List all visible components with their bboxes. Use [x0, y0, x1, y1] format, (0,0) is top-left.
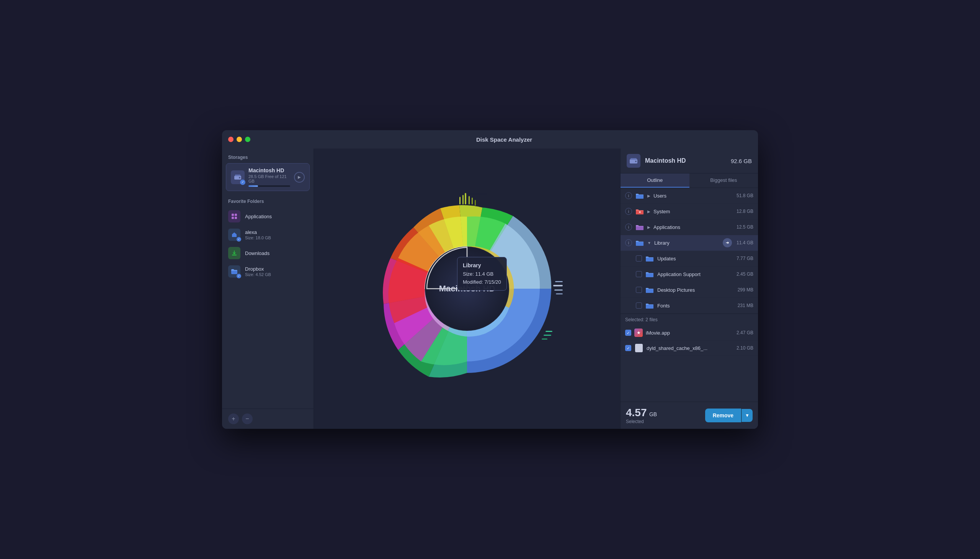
svg-rect-13 — [472, 198, 473, 205]
table-row-library[interactable]: i ▼ Library 11.4 GB — [621, 235, 758, 251]
fonts-size: 231 MB — [738, 303, 754, 308]
svg-rect-5 — [231, 217, 234, 219]
storage-drive-icon: ✓ — [231, 170, 245, 184]
check-badge: ✓ — [240, 180, 245, 185]
storage-progress-fill — [248, 185, 258, 187]
desktoppic-icon — [645, 285, 654, 294]
info-button-users[interactable]: i — [625, 192, 632, 199]
storages-label: Storages — [222, 149, 314, 163]
table-row[interactable]: i ✕ ▶ System 12.8 GB — [621, 204, 758, 219]
fonts-icon — [645, 301, 654, 310]
tab-outline[interactable]: Outline — [621, 174, 689, 188]
storage-macintosh-hd[interactable]: ✓ Macintosh HD 28.5 GB Free of 121 GB ▶ — [226, 163, 310, 191]
svg-point-25 — [635, 161, 636, 162]
desktoppic-name: Desktop Pictures — [657, 287, 735, 293]
appsupport-size: 2.45 GB — [737, 271, 754, 277]
sidebar-item-dropbox[interactable]: ✓ Dropbox Size: 4.52 GB — [222, 262, 314, 281]
right-footer: 4.57 GB Selected Remove ▼ — [621, 402, 758, 429]
alexa-name: alexa — [245, 229, 307, 235]
dropbox-info: Dropbox Size: 4.52 GB — [245, 266, 307, 277]
svg-rect-7 — [232, 255, 236, 255]
center-panel: Macintosh HD Library Size: 11.4 GB Modif… — [314, 149, 620, 429]
alexa-size: Size: 18.0 GB — [245, 235, 307, 240]
expand-users[interactable]: ▶ — [647, 194, 650, 198]
file-list: i ▶ Users 51.8 GB i — [621, 188, 758, 402]
updates-icon — [645, 254, 654, 263]
expand-system[interactable]: ▶ — [647, 210, 650, 213]
favorites-label: Favorite Folders — [222, 194, 314, 207]
table-row[interactable]: Desktop Pictures 299 MB — [621, 282, 758, 298]
window-title: Disk Space Analyzer — [256, 136, 752, 143]
disk-icon — [627, 154, 640, 168]
storage-name: Macintosh HD — [248, 167, 290, 174]
table-row[interactable]: Updates 7.77 GB — [621, 251, 758, 266]
updates-name: Updates — [657, 256, 734, 261]
remove-dropdown-button[interactable]: ▼ — [742, 409, 753, 422]
disk-size: 92.6 GB — [731, 158, 752, 164]
sidebar: Storages ✓ Macintosh HD 28.5 GB Free of … — [222, 149, 314, 429]
applications-icon — [228, 210, 240, 222]
maximize-button[interactable] — [245, 137, 250, 142]
table-row[interactable]: i ▶ Applications 12.5 GB — [621, 219, 758, 235]
svg-rect-20 — [544, 335, 551, 336]
desktoppic-size: 299 MB — [738, 287, 754, 293]
table-row[interactable]: ✓ dyld_shared_cache_x86_... 2.10 GB — [621, 341, 758, 356]
svg-rect-1 — [235, 175, 240, 176]
table-row[interactable]: Fonts 231 MB — [621, 298, 758, 314]
storage-sub: 28.5 GB Free of 121 GB — [248, 174, 290, 184]
svg-rect-10 — [465, 193, 466, 205]
main-content: Storages ✓ Macintosh HD 28.5 GB Free of … — [222, 149, 758, 429]
svg-rect-3 — [231, 213, 234, 216]
updates-checkbox[interactable] — [636, 255, 642, 261]
sidebar-item-alexa[interactable]: ✓ alexa Size: 18.0 GB — [222, 225, 314, 244]
sidebar-item-applications[interactable]: Applications — [222, 207, 314, 225]
remove-button[interactable]: Remove — [705, 408, 741, 422]
info-button-system[interactable]: i — [625, 208, 632, 215]
remove-favorite-button[interactable]: − — [242, 413, 253, 424]
tab-biggest-files[interactable]: Biggest files — [689, 174, 759, 188]
expand-library[interactable]: ▼ — [647, 241, 651, 245]
system-name: System — [653, 209, 734, 214]
close-button[interactable] — [228, 137, 233, 142]
table-row[interactable]: Application Support 2.45 GB — [621, 266, 758, 282]
imovie-icon: ★ — [634, 329, 643, 337]
dropbox-name: Dropbox — [245, 266, 307, 272]
users-folder-icon — [635, 191, 644, 200]
sidebar-item-downloads[interactable]: Downloads — [222, 244, 314, 262]
dyld-checkbox[interactable]: ✓ — [625, 345, 631, 351]
remove-button-group: Remove ▼ — [705, 408, 753, 422]
svg-rect-17 — [555, 281, 563, 282]
svg-rect-16 — [553, 285, 563, 286]
selected-size-label: Selected — [626, 419, 657, 424]
dyld-size: 2.10 GB — [737, 346, 754, 351]
info-button-applications[interactable]: i — [625, 223, 632, 230]
table-row[interactable]: i ▶ Users 51.8 GB — [621, 188, 758, 204]
svg-rect-14 — [475, 200, 476, 206]
selected-size-display: 4.57 GB Selected — [626, 407, 657, 424]
minimize-button[interactable] — [236, 137, 242, 142]
svg-rect-12 — [463, 195, 464, 205]
expand-applications[interactable]: ▶ — [647, 225, 650, 229]
svg-rect-18 — [554, 289, 563, 291]
dyld-icon — [634, 344, 643, 352]
disk-chart[interactable]: Macintosh HD Library Size: 11.4 GB Modif… — [367, 189, 567, 388]
svg-rect-11 — [469, 196, 470, 205]
svg-rect-19 — [556, 293, 563, 294]
fonts-name: Fonts — [657, 303, 735, 309]
system-size: 12.8 GB — [737, 209, 754, 214]
svg-rect-4 — [235, 213, 237, 216]
sidebar-bottom: + − — [222, 408, 314, 429]
svg-rect-24 — [630, 158, 636, 160]
fonts-checkbox[interactable] — [636, 303, 642, 309]
add-button[interactable]: + — [228, 413, 239, 424]
info-button-library[interactable]: i — [625, 239, 632, 246]
users-name: Users — [653, 193, 734, 199]
desktoppic-checkbox[interactable] — [636, 287, 642, 293]
appsupport-checkbox[interactable] — [636, 271, 642, 277]
storage-info: Macintosh HD 28.5 GB Free of 121 GB — [248, 167, 290, 187]
applications-info: Applications — [245, 213, 307, 219]
imovie-checkbox[interactable]: ✓ — [625, 330, 631, 336]
svg-rect-21 — [542, 339, 547, 340]
storage-play-button[interactable]: ▶ — [294, 172, 305, 183]
table-row[interactable]: ✓ ★ iMovie.app 2.47 GB — [621, 326, 758, 341]
